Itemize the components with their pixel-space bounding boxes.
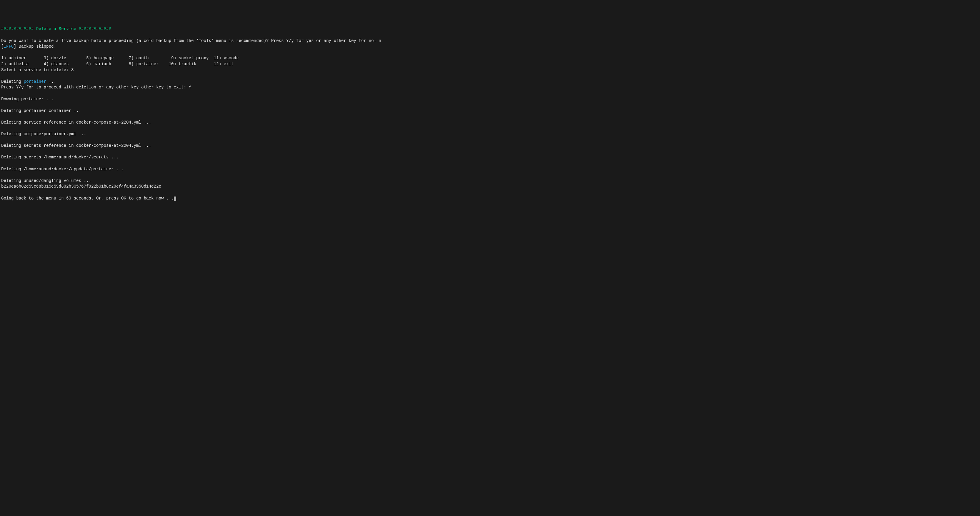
- backup-skipped: Backup skipped.: [16, 44, 56, 49]
- progress-secrets-path: Deleting secrets /home/anand/docker/secr…: [1, 155, 119, 159]
- confirm-prompt: Press Y/y for to proceed with deletion o…: [1, 85, 189, 90]
- backup-prompt: Do you want to create a live backup befo…: [1, 38, 379, 43]
- info-label: INFO: [3, 44, 14, 49]
- header-hash-right: #############: [79, 27, 111, 31]
- deleting-service-name: portainer: [24, 79, 46, 84]
- progress-container: Deleting portainer container ...: [1, 108, 81, 113]
- select-prompt: Select a service to delete:: [1, 68, 71, 72]
- header-title: Delete a Service: [33, 27, 79, 31]
- backup-response: n: [379, 38, 381, 43]
- deleting-dots: ...: [46, 79, 56, 84]
- progress-volumes: Deleting unused/dangling volumes ...: [1, 178, 91, 183]
- confirm-response: Y: [189, 85, 191, 90]
- services-row-2: 2) authelia 4) glances 6) mariadb 8) por…: [1, 62, 234, 66]
- progress-appdata: Deleting /home/anand/docker/appdata/port…: [1, 167, 124, 172]
- progress-compose: Deleting compose/portainer.yml ...: [1, 132, 86, 136]
- footer-goback: Going back to the menu in 60 seconds. Or…: [1, 196, 174, 201]
- progress-service-ref: Deleting service reference in docker-com…: [1, 120, 151, 125]
- volume-hash: b220ea6b82d59c68b315c59d802b305767f922b9…: [1, 184, 161, 189]
- selection-value: 8: [71, 68, 73, 72]
- deleting-prefix: Deleting: [1, 79, 24, 84]
- terminal-output[interactable]: ############# Delete a Service #########…: [1, 26, 979, 201]
- services-row-1: 1) adminer 3) dozzle 5) homepage 7) oaut…: [1, 56, 239, 61]
- cursor-icon: [174, 196, 176, 201]
- header-hash-left: #############: [1, 27, 33, 31]
- progress-downing: Downing portainer ...: [1, 97, 54, 102]
- progress-secrets-ref: Deleting secrets reference in docker-com…: [1, 143, 151, 148]
